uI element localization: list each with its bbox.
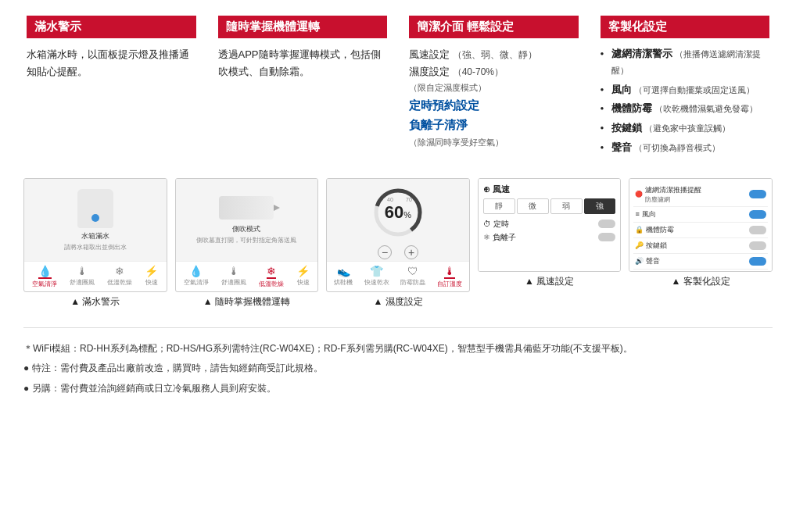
side-blow-device — [219, 196, 274, 220]
footer-line-1: ＊WiFi模組：RD-HH系列為標配；RD-HS/HG系列需特注(RC-W04X… — [23, 341, 773, 358]
tab2-label-2: 舒適團風 — [221, 278, 246, 287]
dial-plus[interactable]: + — [404, 245, 418, 259]
feature-body-full-water: 水箱滿水時，以面板提示燈及推播通知貼心提醒。 — [27, 46, 196, 80]
tank-sub: 請將水箱取出並倒出水 — [64, 243, 127, 252]
screenshot-box-1: 水箱滿水 請將水箱取出並倒出水 💧 空氣清淨 🌡 舒適團風 — [23, 178, 167, 292]
img-placeholder-3: 40 70 60% − + — [327, 179, 469, 261]
wind-btn-quiet[interactable]: 靜 — [483, 198, 515, 214]
tab2-fast-icon: ⚡ — [296, 265, 310, 277]
wind-toggle-ion: ⚛ 負離子 — [483, 232, 616, 243]
tab3-custom-temp[interactable]: 🌡 自訂溫度 — [437, 265, 462, 288]
screenshot-label-2: ▲ 隨時掌握機體運轉 — [203, 292, 290, 312]
wind-dir-icon: ≡ — [635, 210, 639, 218]
custom-row-filter: 🔴 濾網清潔推播提醒防塵濾網 — [633, 183, 768, 207]
screenshot-inner-3: 40 70 60% − + — [327, 179, 469, 261]
water-tank-device — [77, 189, 113, 228]
tab-air-purify[interactable]: 💧 空氣清淨 — [32, 265, 57, 288]
tab2-low-temp[interactable]: ❄ 低溫乾燥 — [259, 265, 284, 288]
air-purify-icon: 💧 — [38, 265, 52, 279]
clothes-icons: 👟 烘鞋機 👕 快速乾衣 🛡 防霉防蟲 🌡 自訂溫度 — [327, 261, 469, 291]
screenshot-inner-1: 水箱滿水 請將水箱取出並倒出水 — [24, 179, 167, 261]
bottom-tabs-2: 💧 空氣清淨 🌡 舒適團風 ❄ 低溫乾燥 ⚡ 快速 — [176, 261, 318, 291]
screenshot-inner-4: ⊕ 風速 靜 微 弱 強 ⏱ 定時 — [479, 179, 621, 271]
tab2-fast[interactable]: ⚡ 快速 — [296, 265, 310, 288]
wind-btn-strong[interactable]: 強 — [584, 198, 616, 214]
timer-toggle[interactable] — [598, 220, 615, 228]
dial-container: 40 70 60% − + — [371, 180, 425, 259]
wind-dir-toggle[interactable] — [749, 210, 766, 219]
wind-btn-weak[interactable]: 弱 — [550, 198, 583, 214]
footer-line-3: ● 另購：需付費並洽詢經銷商或日立冷氣服務人員到府安裝。 — [23, 380, 773, 398]
tab3-label-4: 自訂溫度 — [437, 280, 462, 288]
tab-label-1: 空氣清淨 — [32, 280, 57, 288]
tab-label-4: 快速 — [145, 278, 158, 287]
tab2-label-4: 快速 — [297, 278, 310, 287]
screenshot-humidity: 40 70 60% − + — [326, 178, 470, 312]
custom-temp-icon: 🌡 — [444, 265, 455, 279]
img-placeholder-1: 水箱滿水 請將水箱取出並倒出水 — [24, 179, 167, 261]
tab-label-3: 低溫乾燥 — [107, 278, 132, 287]
dial-minus[interactable]: − — [378, 245, 392, 259]
anti-mold-icon: 🛡 — [407, 265, 418, 277]
tab2-air[interactable]: 💧 空氣清淨 — [184, 265, 209, 288]
mold-toggle[interactable] — [749, 226, 766, 234]
feature-header-simple-ui: 簡潔介面 輕鬆設定 — [409, 16, 579, 38]
tab-fast[interactable]: ⚡ 快速 — [145, 265, 158, 288]
keylock-toggle[interactable] — [749, 241, 766, 250]
img-placeholder-2: 側吹模式 側吹墓直打開，可針對指定角落送風 — [176, 179, 318, 261]
custom-list: 濾網清潔警示 （推播傳送濾網清潔提醒） 風向 （可選擇自動擺葉或固定送風） 機體… — [601, 46, 770, 156]
keylock-icon: 🔑 — [635, 241, 644, 249]
custom-row-mold: 🔒 機體防霉 — [633, 223, 768, 238]
tab2-comfort-icon: 🌡 — [228, 265, 239, 277]
screenshot-box-2: 側吹模式 側吹墓直打開，可針對指定角落送風 💧 空氣清淨 🌡 舒適團風 — [175, 178, 319, 292]
list-item: 聲音 （可切換為靜音模式） — [601, 140, 770, 156]
screenshot-wind: ⊕ 風速 靜 微 弱 強 ⏱ 定時 — [478, 178, 622, 312]
tab2-label-3: 低溫乾燥 — [259, 280, 284, 288]
list-item: 風向 （可選擇自動擺葉或固定送風） — [601, 82, 770, 98]
tab3-shoes[interactable]: 👟 烘鞋機 — [334, 265, 353, 288]
tab3-quick-dry[interactable]: 👕 快速乾衣 — [364, 265, 389, 288]
humidity-value: 60 — [385, 202, 403, 222]
wind-icon: ⊕ — [483, 184, 490, 194]
feature-header-full-water: 滿水警示 — [27, 16, 196, 38]
screenshot-inner-2: 側吹模式 側吹墓直打開，可針對指定角落送風 — [176, 179, 318, 261]
tab-low-temp[interactable]: ❄ 低溫乾燥 — [107, 265, 132, 288]
feature-col-custom: 客製化設定 濾網清潔警示 （推播傳送濾網清潔提醒） 風向 （可選擇自動擺葉或固定… — [597, 16, 773, 159]
screenshot-custom: 🔴 濾網清潔推播提醒防塵濾網 ≡ 風向 — [629, 178, 773, 312]
footer-notes: ＊WiFi模組：RD-HH系列為標配；RD-HS/HG系列需特注(RC-W04X… — [23, 327, 773, 398]
feature-body-custom: 濾網清潔警示 （推播傳送濾網清潔提醒） 風向 （可選擇自動擺葉或固定送風） 機體… — [601, 46, 770, 156]
feature-grid: 滿水警示 水箱滿水時，以面板提示燈及推播通知貼心提醒。 隨時掌握機體運轉 透過A… — [23, 16, 773, 159]
dial-controls: − + — [378, 245, 418, 259]
filter-icon: 🔴 — [635, 191, 643, 198]
tab2-comfort[interactable]: 🌡 舒適團風 — [221, 265, 246, 288]
quick-dry-icon: 👕 — [370, 265, 383, 277]
wind-btn-micro[interactable]: 微 — [517, 198, 549, 214]
tab2-label-1: 空氣清淨 — [184, 278, 209, 287]
custom-ui: 🔴 濾網清潔推播提醒防塵濾網 ≡ 風向 — [629, 179, 772, 271]
list-item: 按鍵鎖 （避免家中孩童誤觸） — [601, 120, 770, 137]
feature-body-remote: 透過APP隨時掌握運轉模式，包括側吹模式、自動除霜。 — [218, 46, 388, 80]
tab-label-2: 舒適團風 — [70, 278, 95, 287]
mold-icon: 🔒 — [635, 226, 644, 234]
feature-col-full-water: 滿水警示 水箱滿水時，以面板提示燈及推播通知貼心提醒。 — [23, 16, 199, 159]
custom-row-wind-dir: ≡ 風向 — [633, 207, 768, 223]
sound-icon: 🔊 — [635, 257, 644, 265]
feature-col-remote: 隨時掌握機體運轉 透過APP隨時掌握運轉模式，包括側吹模式、自動除霜。 — [215, 16, 391, 159]
ion-toggle[interactable] — [598, 233, 615, 241]
screenshot-label-1: ▲ 滿水警示 — [70, 292, 120, 312]
shoes-icon: 👟 — [337, 265, 350, 277]
ion-icon: ⚛ 負離子 — [483, 232, 516, 243]
screenshot-label-3: ▲ 濕度設定 — [373, 292, 422, 312]
tab3-anti-mold[interactable]: 🛡 防霉防蟲 — [400, 265, 425, 288]
screenshot-box-5: 🔴 濾網清潔推播提醒防塵濾網 ≡ 風向 — [629, 178, 773, 272]
tab-comfort[interactable]: 🌡 舒適團風 — [70, 265, 95, 288]
tab2-low-temp-icon: ❄ — [267, 265, 276, 279]
sound-toggle[interactable] — [749, 257, 766, 266]
feature-col-simple-ui: 簡潔介面 輕鬆設定 風速設定 （強、弱、微、靜） 濕度設定 （40-70%） （… — [406, 16, 582, 159]
screenshot-inner-5: 🔴 濾網清潔推播提醒防塵濾網 ≡ 風向 — [629, 179, 772, 271]
blue-indicator — [91, 214, 99, 222]
bottom-tabs-1: 💧 空氣清淨 🌡 舒適團風 ❄ 低溫乾燥 ⚡ 快速 — [24, 261, 167, 291]
filter-toggle[interactable] — [749, 190, 766, 198]
screenshot-box-4: ⊕ 風速 靜 微 弱 強 ⏱ 定時 — [478, 178, 622, 272]
tab3-label-3: 防霉防蟲 — [400, 278, 425, 287]
